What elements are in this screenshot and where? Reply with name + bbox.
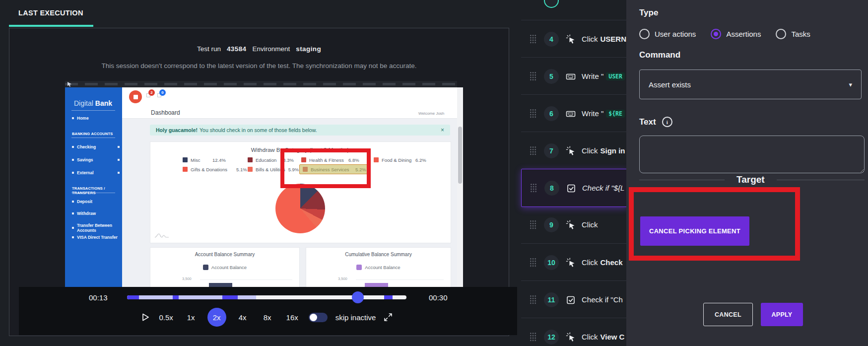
legend-item[interactable]: Food & Dining 6.2% bbox=[374, 156, 426, 163]
stop-square-icon bbox=[134, 95, 138, 99]
test-step-row[interactable]: 9 Click bbox=[521, 206, 626, 243]
legend-item[interactable]: Business Services 5.2% bbox=[299, 164, 370, 174]
bank-logo: Digital Bank bbox=[74, 99, 112, 107]
sidebar-section-transactions: TRANSACTIONS / TRANSFERS bbox=[72, 186, 122, 195]
seek-marker bbox=[384, 295, 393, 299]
legend-value: 13.3% bbox=[280, 157, 294, 163]
test-step-row[interactable]: 5 Write " USER bbox=[521, 57, 626, 95]
sidebar-item-visa-direct-transfer[interactable]: VISA Direct Transfer bbox=[72, 235, 118, 240]
drag-handle-icon[interactable] bbox=[530, 34, 536, 44]
step-editor-panel: Type User actionsAssertionsTasks Command… bbox=[626, 0, 868, 346]
sidebar-item-withdraw[interactable]: Withdraw bbox=[72, 211, 96, 216]
test-step-row[interactable]: 10 Click Check bbox=[521, 243, 626, 281]
sparkline-icon bbox=[154, 232, 169, 238]
speed-2x[interactable]: 2x bbox=[207, 308, 226, 327]
legend-swatch bbox=[356, 265, 362, 270]
click-icon bbox=[566, 332, 576, 342]
sidebar-item-home[interactable]: Home bbox=[72, 116, 89, 121]
legend-item[interactable]: Misc 12.4% bbox=[183, 156, 226, 163]
legend-swatch bbox=[301, 157, 306, 162]
step-number: 11 bbox=[544, 292, 559, 307]
speed-0.5x[interactable]: 0.5x bbox=[158, 308, 175, 327]
target-section-label: Target bbox=[725, 174, 777, 185]
speed-1x[interactable]: 1x bbox=[183, 308, 200, 327]
sidebar-item-checking[interactable]: Checking bbox=[72, 144, 96, 149]
legend-item[interactable]: Health & Fitness 6.8% bbox=[301, 156, 359, 163]
step-number: 9 bbox=[544, 217, 559, 232]
test-step-row[interactable]: 12 Click View C bbox=[521, 318, 626, 346]
radio-tasks[interactable]: Tasks bbox=[776, 29, 810, 39]
drag-handle-icon[interactable] bbox=[530, 109, 536, 118]
test-run-value: 43584 bbox=[227, 45, 247, 53]
click-icon bbox=[566, 220, 576, 230]
apply-button[interactable]: APPLY bbox=[761, 303, 803, 326]
sidebar-item-transfer-between-accounts[interactable]: Transfer Between Accounts bbox=[72, 223, 122, 233]
test-step-row[interactable]: 8 Check if "${L bbox=[521, 169, 626, 207]
sidebar-item-savings[interactable]: Savings bbox=[72, 157, 93, 162]
chart-title: Withdraw By Category (Last 3 Months) bbox=[150, 147, 450, 153]
page-title: Dashboard bbox=[151, 109, 180, 116]
test-steps-list: 4 Click USERN 5 Write " USER 6 Write " $… bbox=[512, 0, 626, 346]
legend-label: Misc bbox=[191, 157, 209, 163]
sidebar-item-external[interactable]: External bbox=[72, 170, 94, 175]
drag-handle-icon[interactable] bbox=[530, 295, 536, 304]
divider bbox=[71, 193, 115, 193]
bank-sidebar: Digital Bank Home BANKING ACCOUNTS Check… bbox=[65, 87, 122, 287]
speed-16x[interactable]: 16x bbox=[284, 308, 301, 327]
drag-handle-icon[interactable] bbox=[530, 183, 537, 193]
info-icon[interactable]: i bbox=[662, 117, 672, 127]
sidebar-item-deposit[interactable]: Deposit bbox=[72, 199, 92, 204]
legend-swatch bbox=[248, 167, 253, 172]
divider bbox=[777, 180, 865, 180]
keyboard-icon bbox=[566, 109, 576, 119]
skip-inactive-toggle[interactable] bbox=[309, 313, 328, 322]
skip-inactive-label: skip inactive bbox=[335, 313, 376, 322]
video-scrollbar-thumb[interactable] bbox=[458, 127, 462, 184]
radio-user-actions[interactable]: User actions bbox=[639, 29, 696, 39]
play-icon[interactable] bbox=[141, 313, 150, 322]
text-input[interactable] bbox=[639, 136, 865, 173]
axis-tick: 3,500 bbox=[338, 277, 347, 281]
legend-label: Bills & Utilities bbox=[256, 167, 285, 172]
menu-square-icon bbox=[72, 172, 74, 174]
legend-swatch bbox=[183, 157, 188, 162]
step-number: 7 bbox=[544, 143, 559, 158]
fullscreen-icon[interactable] bbox=[384, 313, 393, 322]
command-select[interactable]: Assert exists ▾ bbox=[639, 69, 862, 99]
speed-4x[interactable]: 4x bbox=[234, 308, 251, 327]
step-label: Check if "${L bbox=[582, 184, 624, 192]
drag-handle-icon[interactable] bbox=[530, 332, 536, 342]
test-step-row[interactable]: 7 Click Sign in bbox=[521, 132, 626, 169]
legend-swatch bbox=[374, 157, 379, 162]
tab-last-execution[interactable]: LAST EXECUTION bbox=[18, 9, 83, 17]
drag-handle-icon[interactable] bbox=[530, 220, 536, 229]
step-label: Click Sign in bbox=[582, 146, 625, 155]
test-step-row[interactable]: 11 Check if "Ch bbox=[521, 280, 626, 318]
playhead-handle[interactable] bbox=[352, 291, 364, 303]
legend-item[interactable]: Education 13.3% bbox=[248, 156, 294, 163]
cancel-button[interactable]: CANCEL bbox=[703, 303, 753, 326]
legend-item[interactable]: Gifts & Donations 5.1% bbox=[183, 166, 247, 173]
video-top-strip bbox=[65, 81, 457, 87]
drag-handle-icon[interactable] bbox=[530, 146, 536, 155]
keyboard-icon bbox=[566, 71, 576, 81]
type-radio-group: User actionsAssertionsTasks bbox=[639, 29, 810, 39]
speed-8x[interactable]: 8x bbox=[259, 308, 276, 327]
legend-swatch bbox=[183, 167, 188, 172]
legend-item[interactable]: Bills & Utilities 5.9% bbox=[248, 166, 299, 173]
drag-handle-icon[interactable] bbox=[530, 258, 536, 267]
menu-square-icon bbox=[72, 201, 74, 203]
welcome-text: Welcome Josh bbox=[418, 111, 444, 116]
cancel-picking-element-button[interactable]: CANCEL PICKING ELEMENT bbox=[640, 216, 749, 246]
test-step-row[interactable]: 4 Click USERN bbox=[521, 20, 626, 58]
radio-assertions[interactable]: Assertions bbox=[711, 29, 761, 39]
seek-bar[interactable] bbox=[127, 295, 406, 299]
step-number: 12 bbox=[544, 330, 559, 345]
execution-video[interactable]: Digital Bank Home BANKING ACCOUNTS Check… bbox=[65, 81, 457, 287]
drag-handle-icon[interactable] bbox=[530, 71, 536, 81]
card-title: Cumulative Balance Summary bbox=[306, 252, 451, 257]
test-step-row[interactable]: 6 Write " ${RE bbox=[521, 94, 626, 132]
last-execution-panel: Test run 43584 Environment staging This … bbox=[9, 28, 509, 336]
video-scrollbar[interactable] bbox=[457, 87, 463, 287]
alert-close-icon[interactable]: × bbox=[441, 127, 444, 134]
